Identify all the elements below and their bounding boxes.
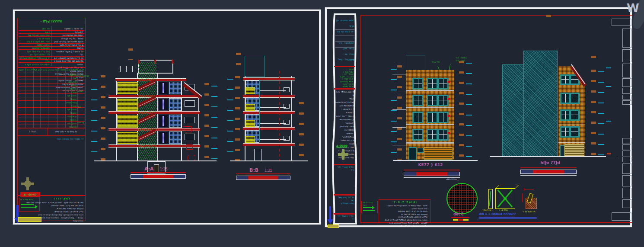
- detail-xbrace-box: [495, 188, 515, 209]
- furniture: [260, 139, 286, 140]
- label-underline: [451, 217, 469, 218]
- wall-hatch: [169, 82, 181, 94]
- title-block-left-col: jba. mi dal i fap fdj adt nmm fmp j ha I…: [19, 27, 50, 66]
- marker-dot: [448, 115, 450, 117]
- marker-dot: [448, 98, 450, 100]
- level-label: [606, 121, 611, 122]
- dim-markers: [591, 70, 596, 156]
- dim-markers: [128, 48, 133, 60]
- stamp-box: [622, 199, 632, 208]
- window: [412, 78, 424, 90]
- title-block: · ITtyl IYYYYI jba. mi dal i fap fdj adt…: [17, 18, 86, 67]
- schedule-header: dq|dH H br mt-TTqA prqtr umq-ummar timb …: [19, 69, 84, 71]
- floor-slab: [243, 111, 295, 114]
- mid-row: i ITtuf dHb udu H in derq fo: [17, 128, 86, 136]
- floor-slab: [243, 95, 295, 98]
- compass-icon: [21, 177, 34, 190]
- mini-scale-bar: [453, 219, 469, 221]
- dim-markers: [236, 53, 241, 70]
- elevation-1-label: KE77 } 612: [409, 163, 452, 167]
- margin-strip: jdr 'A umbr' HbrT 'A'gb hrd Hb' HbrT' H-…: [329, 13, 360, 225]
- stamp-box: [622, 49, 632, 62]
- schedule-group-labels: umrqmrgb B'DI hd umTq: [78, 74, 85, 125]
- dim-markers: [546, 15, 551, 26]
- garage-door: [564, 144, 584, 156]
- scale-bar: [131, 172, 186, 179]
- strip-red-bar: [334, 194, 355, 196]
- divider: [335, 35, 354, 35]
- section-b-drawing: [234, 50, 308, 180]
- leader-line: [605, 156, 617, 156]
- window: [412, 129, 424, 141]
- annotation: 'q'L 'TbrIL| 'TIL 'TbrT: [456, 57, 481, 63]
- window: [185, 134, 195, 140]
- floor-slab: [243, 127, 295, 130]
- strip-top-lines: jdr 'A umbr' HbrT 'A'gb hrd Hb' HbrT' H-…: [336, 18, 354, 63]
- floor-band: [558, 125, 585, 125]
- window: [437, 112, 449, 123]
- section-a-scale: 1:25: [160, 167, 168, 171]
- entrance-door: [408, 147, 417, 160]
- level-labels: [227, 79, 233, 161]
- dim-markers: [101, 75, 105, 162]
- grid-line: [33, 68, 34, 128]
- detail-title: dIN 6 ± ObUed 777m77: [479, 212, 516, 216]
- cad-canvas: · ITtyl IYYYYI jba. mi dal i fap fdj adt…: [0, 0, 644, 247]
- strip-badge: Δ-05/09: [336, 144, 348, 148]
- stamp-box: [622, 188, 632, 198]
- window: [412, 95, 424, 106]
- room-hatch: [245, 104, 255, 111]
- floor-slab: [243, 143, 295, 146]
- scale-bar: [520, 167, 577, 174]
- stamp-box: [622, 100, 632, 105]
- floor-band: [406, 107, 454, 108]
- floor-band: [406, 142, 454, 144]
- roof-outline: [406, 55, 425, 71]
- notes-stamp: TtF TI TTTb THIS: [361, 201, 378, 213]
- elevation-2-label: hfJo 77Jd: [526, 160, 574, 165]
- column: [181, 78, 182, 161]
- notes-title: ! ? ? ? ' p O l: [40, 197, 83, 200]
- window: [560, 93, 570, 104]
- furniture: [284, 136, 290, 141]
- window: [570, 126, 580, 138]
- stamp-box: [622, 151, 632, 156]
- adjacent-building: [502, 64, 525, 157]
- frame-line: [360, 15, 632, 16]
- left-sheet: · ITtyl IYYYYI jba. mi dal i fap fdj adt…: [13, 10, 321, 225]
- dim-markers: [204, 83, 209, 161]
- title-block-divider: [51, 26, 52, 66]
- furniture: [260, 123, 286, 124]
- wall-hatch: [169, 98, 181, 111]
- mid-row-left: i ITtuf: [18, 131, 47, 134]
- strip-green-block: jmm I. hAI 'Hbr |. | IT 'TI A| IL,jH' I …: [336, 68, 354, 88]
- strip-red-bar: [334, 66, 355, 67]
- strip-row: THq,um| 'D'T'br 'H'| 'q'TIqAL,umr|: [335, 196, 354, 205]
- ucs-icon: [327, 206, 340, 227]
- level-labels: [91, 79, 97, 161]
- detail-label: det C: [453, 212, 464, 216]
- dim-markers: [459, 61, 464, 163]
- arrowhead-icon: [372, 206, 375, 209]
- stamp-box: [622, 95, 632, 99]
- entrance-door: [560, 145, 564, 156]
- notes-title: ' ? - 9 - 7 ' 7 p ( 4 |: [379, 201, 430, 203]
- stamp-box: [622, 29, 632, 48]
- ground-line: [490, 156, 606, 157]
- level-label: [606, 67, 611, 68]
- ground-line: [230, 160, 308, 161]
- arrow-icon: [363, 210, 375, 211]
- section-b-name: B:B: [249, 167, 258, 173]
- furniture: [284, 104, 290, 109]
- floor-band: [558, 108, 585, 108]
- stamp-box: [612, 212, 631, 221]
- callout-box: [188, 155, 195, 161]
- scale-bar: [404, 170, 460, 176]
- annotation: TI a 'TII: [432, 61, 440, 64]
- pipe-detail: [522, 188, 539, 210]
- leader-lines: [392, 74, 406, 156]
- ground-line: [393, 160, 478, 161]
- stamp-box: [622, 88, 632, 94]
- scale-bar: [236, 173, 290, 180]
- mid-row-right: dHb udu H in derq fo: [48, 131, 84, 134]
